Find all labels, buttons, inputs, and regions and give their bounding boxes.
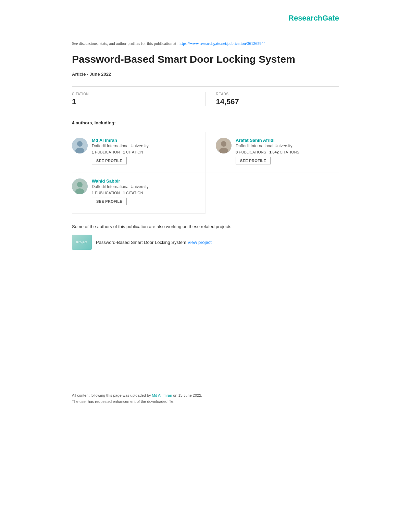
researchgate-logo: ResearchGate	[288, 14, 339, 23]
footer-note: The user has requested enhancement of th…	[72, 399, 339, 404]
svg-point-1	[77, 141, 83, 147]
author-info-2: Arafat Sahin Afridi Daffodil Internation…	[236, 138, 339, 164]
stat-divider	[206, 92, 206, 106]
author-top-3: Wahid Sabbir Daffodil International Univ…	[72, 178, 195, 205]
view-project-link[interactable]: View project	[187, 240, 212, 245]
author-stats-2: 8 PUBLICATIONS 1,642 CITATIONS	[236, 150, 339, 154]
author-name-2[interactable]: Arafat Sahin Afridi	[236, 138, 339, 143]
footer-text-1: All content following this page was uplo…	[72, 393, 339, 397]
author-top-1: Md Al Imran Daffodil International Unive…	[72, 138, 195, 164]
author-name-3[interactable]: Wahid Sabbir	[92, 178, 195, 184]
svg-point-7	[77, 182, 83, 187]
reads-label: READS	[216, 92, 339, 96]
footer-prefix: All content following this page was uplo…	[72, 393, 151, 397]
page-title: Password-Based Smart Door Locking System	[72, 53, 339, 65]
author-top-2: Arafat Sahin Afridi Daffodil Internation…	[216, 138, 339, 164]
author-university-2: Daffodil International University	[236, 144, 339, 148]
author-card-1: Md Al Imran Daffodil International Unive…	[72, 132, 206, 173]
author-university-1: Daffodil International University	[92, 144, 195, 148]
footer-suffix: on 13 June 2022.	[173, 393, 202, 397]
stats-row: CITATION 1 READS 14,567	[72, 86, 339, 112]
related-projects-title: Some of the authors of this publication …	[72, 224, 339, 229]
project-title-text: Password-Based Smart Door Locking System…	[96, 240, 212, 245]
see-profile-button-3[interactable]: SEE PROFILE	[92, 198, 127, 205]
svg-point-4	[221, 141, 226, 147]
project-title: Password-Based Smart Door Locking System	[96, 240, 186, 245]
article-meta: Article · June 2022	[72, 72, 339, 77]
reads-value: 14,567	[216, 97, 339, 106]
article-date: June 2022	[89, 72, 111, 77]
footer-uploader-link[interactable]: Md Al Imran	[152, 393, 172, 397]
authors-grid: Md Al Imran Daffodil International Unive…	[72, 132, 339, 214]
author-card-3: Wahid Sabbir Daffodil International Univ…	[72, 173, 206, 214]
author-stats-3: 1 PUBLICATION 1 CITATION	[92, 191, 195, 195]
citation-value: 1	[72, 97, 195, 106]
avatar-3	[72, 178, 88, 194]
see-link-bar: See discussions, stats, and author profi…	[72, 41, 339, 46]
citation-label: CITATION	[72, 92, 195, 96]
publication-link[interactable]: https://www.researchgate.net/publication…	[178, 41, 265, 46]
authors-count: 4 authors	[72, 120, 92, 125]
see-profile-button-2[interactable]: SEE PROFILE	[236, 157, 271, 164]
avatar-2	[216, 138, 232, 153]
citation-block: CITATION 1	[72, 92, 195, 106]
project-card: Project Password-Based Smart Door Lockin…	[72, 235, 339, 250]
project-thumbnail: Project	[72, 235, 92, 250]
author-card-empty	[206, 173, 339, 214]
see-link-prefix: See discussions, stats, and author profi…	[72, 41, 177, 46]
footer-section: All content following this page was uplo…	[72, 387, 339, 404]
author-name-1[interactable]: Md Al Imran	[92, 138, 195, 143]
authors-label: 4 authors, including:	[72, 120, 339, 125]
see-profile-button-1[interactable]: SEE PROFILE	[92, 157, 127, 164]
reads-block: READS 14,567	[216, 92, 339, 106]
author-info-3: Wahid Sabbir Daffodil International Univ…	[92, 178, 195, 205]
author-card-2: Arafat Sahin Afridi Daffodil Internation…	[206, 132, 339, 173]
author-info-1: Md Al Imran Daffodil International Unive…	[92, 138, 195, 164]
page-wrapper: ResearchGate See discussions, stats, and…	[51, 0, 360, 426]
article-type: Article	[72, 72, 86, 77]
project-thumb-label: Project	[76, 240, 88, 244]
avatar-1	[72, 138, 88, 153]
authors-suffix: , including:	[92, 120, 116, 125]
author-university-3: Daffodil International University	[92, 184, 195, 189]
author-stats-1: 1 PUBLICATION 1 CITATION	[92, 150, 195, 154]
